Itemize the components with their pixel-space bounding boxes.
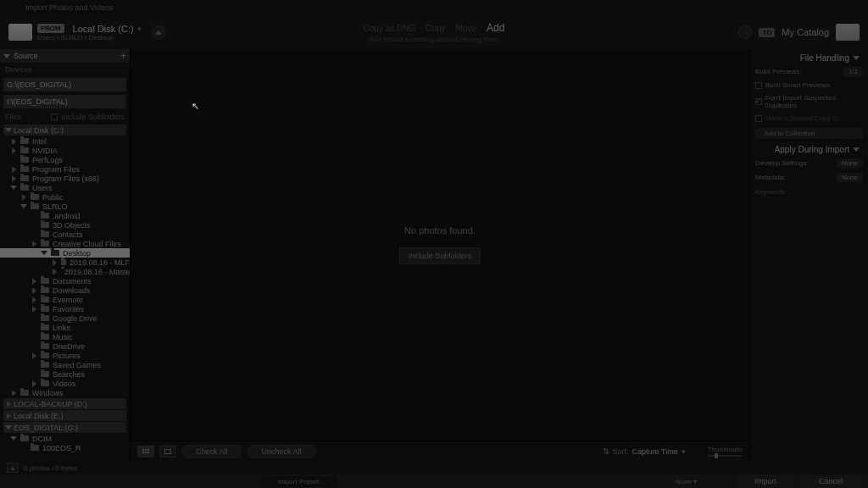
import-header: FROM Local Disk (C:) ▾ Users \ SLRLO \ D… — [0, 15, 868, 49]
device-g[interactable]: G:\(EOS_DIGITAL) — [3, 78, 126, 92]
folder-links[interactable]: Links — [0, 323, 130, 332]
add-source-button[interactable]: + — [120, 50, 126, 62]
folder-desktop[interactable]: Desktop — [0, 248, 130, 258]
folder-dcim[interactable]: DCIM — [0, 434, 130, 443]
folder-3d[interactable]: 3D Objects — [0, 220, 130, 230]
collapse-icon — [853, 56, 860, 60]
volume-d[interactable]: LOCAL-BACKUP (D:) — [3, 398, 126, 409]
folder-icon — [20, 138, 29, 144]
build-previews-row[interactable]: Build Previews:1:1 — [750, 64, 868, 79]
add-to-collection-button[interactable]: Add to Collection — [755, 128, 863, 139]
filmstrip-toggle-button[interactable]: ▴ — [7, 463, 19, 473]
folder-d1[interactable]: 2019.08.16 - MLF — [0, 258, 130, 267]
folder-slrlo[interactable]: SLRLO — [0, 202, 130, 211]
folder-evernote[interactable]: Evernote — [0, 295, 130, 304]
to-block[interactable]: → TO My Catalog — [728, 24, 860, 41]
folder-public[interactable]: Public — [0, 192, 130, 202]
device-i[interactable]: I:\(EOS_DIGITAL) — [3, 95, 126, 108]
folder-nvidia[interactable]: NVIDIA — [0, 146, 130, 155]
mode-move[interactable]: Move — [456, 24, 476, 33]
window-titlebar: Import Photos and Videos — [0, 0, 868, 15]
metadata-row[interactable]: Metadata:None — [750, 170, 868, 185]
folder-videos[interactable]: Videos — [0, 379, 130, 388]
smart-previews-checkbox[interactable] — [755, 82, 762, 89]
uncheck-all-button[interactable]: Uncheck All — [248, 445, 316, 458]
to-badge: TO — [759, 28, 775, 37]
folder-android[interactable]: .android — [0, 211, 130, 220]
check-all-button[interactable]: Check All — [181, 445, 242, 458]
cancel-button[interactable]: Cancel — [800, 475, 861, 487]
no-duplicates-row[interactable]: Don't Import Suspected Duplicates — [750, 92, 868, 112]
folder-perflogs[interactable]: PerfLogs — [0, 155, 130, 164]
from-title: Local Disk (C:) — [73, 24, 134, 34]
chevron-up-icon: ▴ — [11, 464, 14, 472]
folder-pictures[interactable]: Pictures — [0, 351, 130, 360]
mode-copy[interactable]: Copy — [426, 24, 445, 33]
keywords-label: Keywords — [750, 185, 868, 199]
folder-users[interactable]: Users — [0, 183, 130, 192]
grid-area: No photos found. Include Subfolders — [131, 49, 749, 441]
app-title: Import Photos and Videos — [25, 3, 113, 12]
metadata-select[interactable]: None — [837, 173, 863, 182]
folder-d2[interactable]: 2019.08.16 - Mastering Li… — [0, 267, 130, 276]
build-previews-select[interactable]: 1:1 — [843, 67, 863, 76]
catalog-drive-icon — [836, 24, 860, 41]
folder-contacts[interactable]: Contacts — [0, 230, 130, 239]
folder-windows[interactable]: Windows — [0, 388, 130, 397]
source-header[interactable]: Source + — [0, 49, 130, 63]
second-copy-checkbox[interactable] — [755, 115, 762, 122]
sort-value: Capture Time — [632, 447, 678, 456]
import-preset-select[interactable]: Import Preset: — [261, 476, 337, 487]
folder-programfiles[interactable]: Program Files — [0, 164, 130, 174]
loupe-icon — [164, 449, 171, 454]
folder-programfiles-x86[interactable]: Program Files (x86) — [0, 174, 130, 183]
volume-c[interactable]: Local Disk (C:) — [3, 125, 126, 136]
include-subfolders-checkbox[interactable] — [51, 114, 58, 120]
mode-add[interactable]: Add — [487, 22, 504, 34]
apply-during-import-header[interactable]: Apply During Import — [750, 142, 868, 156]
devices-label: Devices — [0, 63, 130, 76]
folder-documents[interactable]: Documents — [0, 276, 130, 286]
grid-view-button[interactable] — [137, 446, 154, 458]
mode-subtext: Add photos to catalog without moving the… — [364, 36, 505, 43]
folder-onedrive[interactable]: OneDrive — [0, 341, 130, 351]
sort-control[interactable]: ⇅ Sort: Capture Time ▾ — [603, 446, 686, 456]
mode-copy-dng[interactable]: Copy as DNG — [364, 24, 416, 33]
import-button[interactable]: Import — [736, 475, 795, 487]
no-duplicates-checkbox[interactable] — [755, 98, 762, 105]
collapse-icon — [3, 54, 10, 58]
folder-savedgames[interactable]: Saved Games — [0, 360, 130, 369]
photo-count: 0 photos / 0 bytes — [24, 464, 77, 472]
files-label: Files — [5, 113, 21, 121]
bottom-bar: Import Preset: None ▾ Import Cancel — [0, 474, 868, 488]
include-subfolders-label: Include Subfolders — [61, 113, 125, 121]
develop-settings-select[interactable]: None — [837, 158, 863, 168]
volume-e[interactable]: Local Disk (E:) — [3, 410, 126, 421]
loupe-view-button[interactable] — [159, 446, 176, 458]
folder-googledrive[interactable]: Google Drive — [0, 313, 130, 323]
from-badge: FROM — [37, 24, 64, 33]
thumbnail-slider[interactable]: Thumbnails — [708, 446, 743, 457]
folder-ccf[interactable]: Creative Cloud Files — [0, 239, 130, 248]
smart-previews-row[interactable]: Build Smart Previews — [750, 79, 868, 92]
eject-button[interactable]: ⏏ — [152, 25, 165, 39]
develop-settings-row[interactable]: Develop Settings:None — [750, 156, 868, 170]
from-path: Users \ SLRLO \ Desktop — [37, 34, 142, 42]
to-indicator-icon: → — [738, 25, 752, 39]
folder-searches[interactable]: Searches — [0, 369, 130, 379]
from-block[interactable]: FROM Local Disk (C:) ▾ Users \ SLRLO \ D… — [37, 24, 142, 42]
file-handling-header[interactable]: File Handling — [750, 51, 868, 64]
preset-value[interactable]: None ▾ — [676, 478, 697, 485]
folder-100eosr[interactable]: 100EOS_R — [0, 443, 130, 452]
right-panel: File Handling Build Previews:1:1 Build S… — [749, 49, 868, 461]
folder-music[interactable]: Music — [0, 332, 130, 341]
second-copy-row[interactable]: Make a Second Copy To: — [750, 112, 868, 125]
collapse-icon — [853, 147, 860, 152]
grid-icon — [142, 449, 149, 453]
sort-az-icon: ⇅ — [603, 446, 609, 456]
volume-g[interactable]: EOS_DIGITAL (G:) — [3, 422, 126, 433]
folder-intel[interactable]: Intel — [0, 136, 130, 146]
include-subfolders-button[interactable]: Include Subfolders — [399, 247, 481, 264]
folder-downloads[interactable]: Downloads — [0, 286, 130, 295]
folder-favorites[interactable]: Favorites — [0, 304, 130, 313]
